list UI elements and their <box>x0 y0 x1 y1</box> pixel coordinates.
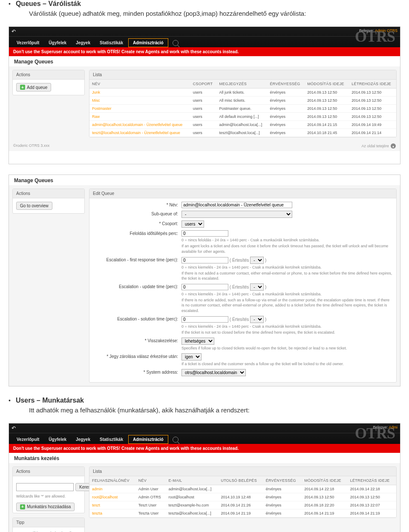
table-row[interactable]: JunkusersAll junk tickets.érvényes2014.0… <box>89 89 396 97</box>
col-name[interactable]: NÉV <box>89 80 190 89</box>
queue-name[interactable]: Misc <box>89 97 190 105</box>
col-email[interactable]: E-MAIL <box>166 476 219 485</box>
bullet-dot: • <box>9 397 11 404</box>
back-icon[interactable]: ↶ <box>12 29 16 34</box>
hint-lockafter: If a ticket is closed and the customer s… <box>181 361 393 366</box>
sysaddr-select[interactable]: otrs@localhost.localdomain <box>181 369 246 376</box>
actions-header: Actions <box>13 467 84 476</box>
go-to-overview-button[interactable]: Go to overview <box>16 202 52 210</box>
label-subqueue: Sub-queue of: <box>93 211 178 216</box>
tab-stats[interactable]: Statisztikák <box>95 435 127 443</box>
plus-icon: + <box>20 504 25 509</box>
list-header: Lista <box>89 70 396 80</box>
label-esc-first: Escalation - first response time (perc): <box>93 257 178 262</box>
col-changed[interactable]: MÓDOSÍTÁS IDEJE <box>305 80 349 89</box>
tab-tickets[interactable]: Jegyek <box>72 435 95 443</box>
search-hint: Wildcards like '*' are allowed. <box>16 494 81 499</box>
table-row[interactable]: PostmasterusersPostmaster queue.érvényes… <box>89 105 396 113</box>
table-row[interactable]: adminAdmin Useradmin@localhost.loca[...]… <box>89 485 396 493</box>
lockafter-select[interactable]: igen <box>181 353 202 360</box>
search-icon[interactable] <box>173 40 179 46</box>
page-title: Manage Queues <box>9 56 400 66</box>
col-group[interactable]: CSOPORT <box>190 80 217 89</box>
notify-first-select[interactable]: - <box>250 257 264 264</box>
section-desc-users: Itt adhatók meg a felhasználók (munkatár… <box>29 406 400 415</box>
tab-customers[interactable]: Ügyfelek <box>44 39 71 47</box>
col-valid[interactable]: ÉRVÉNYESSÉG <box>263 476 302 485</box>
tab-admin[interactable]: Adminisztráció <box>128 38 168 47</box>
tab-customers[interactable]: Ügyfelek <box>44 435 71 443</box>
screenshot-queue-edit: Manage Queues Actions Go to overview Edi… <box>9 174 400 386</box>
search-input[interactable] <box>16 483 74 491</box>
back-icon[interactable]: ↶ <box>12 425 16 431</box>
user-name[interactable]: teszta <box>89 509 136 518</box>
label-sysaddr: System address: <box>93 369 178 375</box>
label-esc-solution: Escalation - solution time (perc): <box>93 316 178 321</box>
queue-name[interactable]: Raw <box>89 113 190 121</box>
queue-name[interactable]: Postmaster <box>89 105 190 113</box>
esc-solution-input[interactable] <box>181 316 228 323</box>
col-user[interactable]: FELHASZNÁLÓNÉV <box>89 476 136 485</box>
col-created[interactable]: LÉTREHOZÁS IDEJE <box>348 476 396 485</box>
tab-stats[interactable]: Statisztikák <box>95 39 127 47</box>
to-top[interactable]: Az oldal tetejére ▴ <box>361 143 396 149</box>
user-name[interactable]: root@localhost <box>89 493 136 501</box>
label-unlock: Feloldás időtúllépés perc: <box>93 230 178 236</box>
label-esc-update: Escalation - update time (perc): <box>93 283 178 289</box>
section-desc-queues: Várólisták (queue) adhatók meg, minden p… <box>29 9 400 18</box>
label-group: Csoport: <box>93 220 178 226</box>
user-name[interactable]: admin <box>89 485 136 493</box>
hint-esc1b: 0 = nincs kiemelés - 24 óra = 1440 perc … <box>181 292 393 297</box>
col-last[interactable]: UTOLSÓ BELÉPÉS <box>218 476 263 485</box>
section-title-queues: Queues – Várólisták <box>16 0 81 7</box>
edit-queue-header: Edit Queue <box>89 189 396 198</box>
search-icon[interactable] <box>173 437 179 443</box>
screenshot-queues-list: ↶ Belepve: Admin OTRS OTRS Vezerlőpult Ü… <box>9 26 400 164</box>
esc-first-input[interactable] <box>181 257 228 263</box>
reopen-select[interactable]: lehetséges <box>181 338 214 345</box>
table-row[interactable]: MiscusersAll misc tickets.érvényes2014.0… <box>89 97 396 105</box>
queue-name[interactable]: Junk <box>89 89 190 97</box>
col-name[interactable]: NÉV <box>136 476 166 485</box>
unlock-input[interactable] <box>181 230 228 237</box>
label-reopen: Visszakezelése: <box>93 338 178 343</box>
hint-esc1a: 0 = nincs kiemelés - 24 óra = 1440 perc … <box>181 265 393 270</box>
hint-esc1c: 0 = nincs kiemelés - 24 óra = 1440 perc … <box>181 324 393 329</box>
superuser-warning: Don't use the Superuser account to work … <box>9 444 400 453</box>
list-header: Lista <box>89 467 396 476</box>
col-changed[interactable]: MÓDOSÍTÁS IDEJE <box>302 476 347 485</box>
hint-unlock2: If an agent locks a ticket and does not … <box>181 243 393 254</box>
notify-solution-select[interactable]: - <box>250 316 264 323</box>
table-row[interactable]: root@localhostAdmin OTRSroot@localhost20… <box>89 493 396 501</box>
queue-name[interactable]: teszt@localhost.localdomain - Üzenetfelv… <box>89 129 190 137</box>
table-row[interactable]: tesztaTeszta Userteszta@localhost.loca[.… <box>89 509 396 518</box>
esc-update-input[interactable] <box>181 284 228 290</box>
tab-dashboard[interactable]: Vezerlőpult <box>12 39 43 47</box>
subqueue-select[interactable]: - <box>181 211 292 218</box>
notify-update-select[interactable]: - <box>250 283 264 291</box>
tab-admin[interactable]: Adminisztráció <box>128 435 168 444</box>
section-title-users: Users – Munkatársak <box>16 397 84 404</box>
col-valid[interactable]: ÉRVÉNYESSÉG <box>267 80 305 89</box>
actions-header: Actions <box>13 70 84 80</box>
screenshot-users-list: ↶ Belepve: Admi OTRS Vezerlőpult Ügyfele… <box>9 423 400 532</box>
queue-name[interactable]: admin@localhost.localdomain - Üzenetfelv… <box>89 121 190 129</box>
table-row[interactable]: teszt@localhost.localdomain - Üzenetfelv… <box>89 129 396 137</box>
table-row[interactable]: RawusersAll default incoming [...]érvény… <box>89 113 396 121</box>
add-agent-button[interactable]: + Munkatárs hozzáadása <box>16 503 75 511</box>
add-queue-button[interactable]: + Add queue <box>16 83 51 92</box>
col-created[interactable]: LÉTREHOZÁS IDEJE <box>349 80 396 89</box>
name-input[interactable] <box>181 202 292 208</box>
actions-header: Actions <box>13 189 84 198</box>
table-row[interactable]: admin@localhost.localdomain - Üzenetfelv… <box>89 121 396 129</box>
col-comment[interactable]: MEGJEGYZÉS <box>216 80 267 89</box>
table-row[interactable]: tesztTeszt Userteszt@example-hu.com2014.… <box>89 501 396 509</box>
tab-dashboard[interactable]: Vezerlőpult <box>12 435 43 443</box>
tab-tickets[interactable]: Jegyek <box>72 39 95 47</box>
group-select[interactable]: users <box>181 220 204 228</box>
otrs-logo: OTRS <box>355 28 395 46</box>
label-lockafter: Jegy zárolása válasz érkezése után: <box>93 353 178 359</box>
hint-update2: If there is no article added, such as a … <box>181 297 393 313</box>
superuser-warning: Don't use the Superuser account to work … <box>9 47 400 56</box>
user-name[interactable]: teszt <box>89 501 136 509</box>
